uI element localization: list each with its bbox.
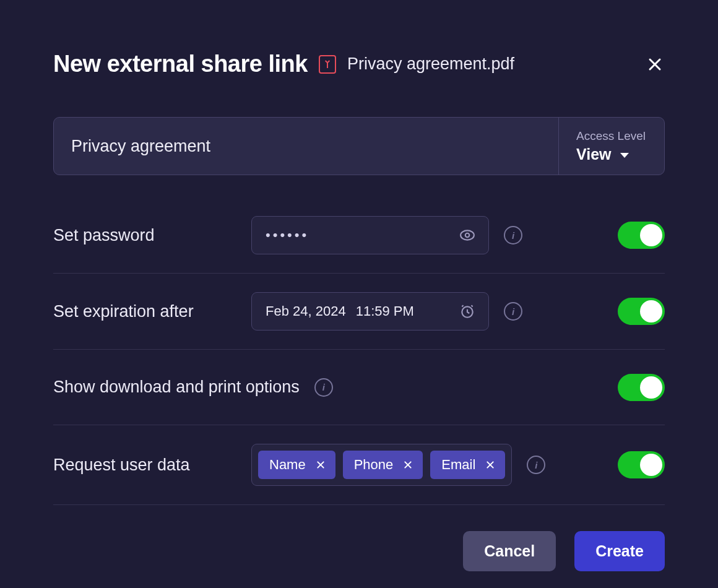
dialog-footer: Cancel Create — [53, 531, 665, 571]
dialog-header: New external share link Privacy agreemen… — [53, 51, 665, 77]
user-data-toggle[interactable] — [618, 451, 665, 478]
expiration-time: 11:59 PM — [356, 303, 414, 319]
chip-name: Name — [258, 451, 335, 479]
user-data-label: Request user data — [53, 456, 236, 475]
expiration-label: Set expiration after — [53, 302, 236, 321]
link-name-input[interactable]: Privacy agreement — [54, 118, 558, 175]
chip-phone: Phone — [343, 451, 423, 479]
chip-remove-icon[interactable] — [402, 459, 414, 471]
chip-email: Email — [430, 451, 505, 479]
user-data-row: Request user data Name Phone Email — [53, 425, 665, 505]
chip-remove-icon[interactable] — [484, 459, 496, 471]
chip-remove-icon[interactable] — [314, 459, 327, 471]
pdf-icon — [319, 55, 336, 74]
chip-label: Email — [441, 457, 475, 473]
expiration-row: Set expiration after Feb 24, 2024 11:59 … — [53, 274, 665, 350]
dialog-title: New external share link — [53, 51, 308, 77]
close-button[interactable] — [645, 54, 665, 74]
download-toggle[interactable] — [618, 374, 665, 401]
password-toggle[interactable] — [618, 222, 665, 249]
access-level-value: View — [576, 145, 612, 163]
access-level-dropdown[interactable]: Access Level View — [558, 118, 664, 175]
chip-label: Phone — [354, 457, 394, 473]
create-button[interactable]: Create — [574, 531, 665, 571]
clock-icon[interactable] — [457, 301, 477, 321]
expiration-date: Feb 24, 2024 — [266, 303, 346, 319]
link-name-box: Privacy agreement Access Level View — [53, 117, 665, 175]
caret-down-icon — [620, 153, 629, 158]
expiration-toggle[interactable] — [618, 298, 665, 325]
password-row: Set password •••••• — [53, 197, 665, 274]
info-icon[interactable] — [527, 456, 545, 474]
cancel-button[interactable]: Cancel — [463, 531, 556, 571]
password-label: Set password — [53, 226, 236, 245]
filename-label: Privacy agreement.pdf — [347, 54, 514, 74]
download-row: Show download and print options — [53, 350, 665, 425]
eye-icon[interactable] — [457, 225, 477, 245]
access-level-label: Access Level — [576, 129, 646, 143]
info-icon[interactable] — [504, 226, 522, 244]
password-input-box: •••••• — [251, 216, 489, 254]
password-input[interactable]: •••••• — [266, 227, 448, 243]
info-icon[interactable] — [504, 302, 522, 321]
info-icon[interactable] — [314, 378, 333, 397]
chip-label: Name — [269, 457, 306, 473]
svg-point-2 — [461, 230, 474, 240]
download-label: Show download and print options — [53, 378, 300, 397]
user-data-chips[interactable]: Name Phone Email — [251, 444, 512, 486]
svg-point-3 — [465, 233, 470, 238]
expiration-input-box[interactable]: Feb 24, 2024 11:59 PM — [251, 292, 489, 331]
